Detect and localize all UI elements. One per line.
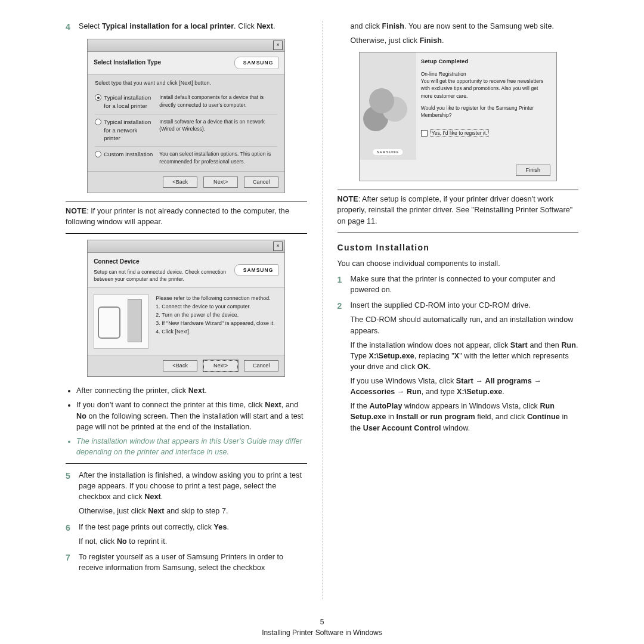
next-button[interactable]: Next> [203, 177, 238, 188]
left-column: 4 Select Typical installation for a loca… [30, 21, 322, 599]
back-button[interactable]: <Back [163, 360, 197, 371]
custom-step-1: 1 Make sure that the printer is connecte… [338, 274, 579, 295]
radio-icon[interactable] [95, 94, 101, 101]
running-header: Installing Printer Software in Windows [0, 628, 644, 637]
step-num-4: 4 [66, 21, 79, 33]
note-2: NOTE: After setup is complete, if your p… [338, 194, 579, 226]
step-5: 5 After the installation is finished, a … [66, 470, 307, 517]
close-icon[interactable]: × [273, 242, 283, 251]
notes-list: After connecting the printer, click Next… [66, 385, 307, 457]
next-button[interactable]: Next> [203, 360, 238, 371]
step-4: 4 Select Typical installation for a loca… [66, 21, 307, 33]
right-column: and click Finish. You are now sent to th… [323, 21, 615, 599]
step-7: 7 To register yourself as a user of Sams… [66, 552, 307, 573]
cancel-button[interactable]: Cancel [244, 360, 278, 371]
radio-option-custom[interactable]: Custom installation You can select insta… [95, 147, 277, 169]
cancel-button[interactable]: Cancel [244, 177, 278, 188]
dialog-title: Select Installation Type [94, 58, 161, 67]
section-heading: Custom Installation [338, 242, 579, 253]
radio-option-network[interactable]: Typical installation for a network print… [95, 114, 277, 147]
dialog-connect-device: × Connect Device Setup can not find a co… [87, 240, 285, 377]
register-checkbox[interactable]: Yes, I'd like to register it. [421, 129, 550, 137]
setup-illustration: SAMSUNG [360, 52, 416, 160]
note-1: NOTE: If your printer is not already con… [66, 206, 307, 227]
close-icon[interactable]: × [273, 41, 283, 50]
finish-button[interactable]: Finish [516, 165, 550, 176]
radio-icon[interactable] [95, 151, 101, 157]
dialog-select-install-type: × Select Installation Type SAMSUNG Selec… [87, 39, 285, 193]
page-footer: 5 Installing Printer Software in Windows [0, 618, 644, 637]
step-6: 6 If the test page prints out correctly,… [66, 522, 307, 547]
dialog-setup-completed: SAMSUNG Setup Completed On-line Registra… [359, 52, 557, 181]
radio-icon[interactable] [95, 119, 101, 125]
back-button[interactable]: <Back [163, 177, 197, 188]
radio-option-local[interactable]: Typical installation for a local printer… [95, 90, 277, 114]
page-number: 5 [0, 618, 644, 626]
connect-device-illustration [94, 294, 148, 349]
samsung-logo: SAMSUNG [234, 264, 278, 276]
custom-step-2: 2 Insert the supplied CD-ROM into your C… [338, 300, 579, 433]
samsung-logo: SAMSUNG [234, 57, 278, 69]
